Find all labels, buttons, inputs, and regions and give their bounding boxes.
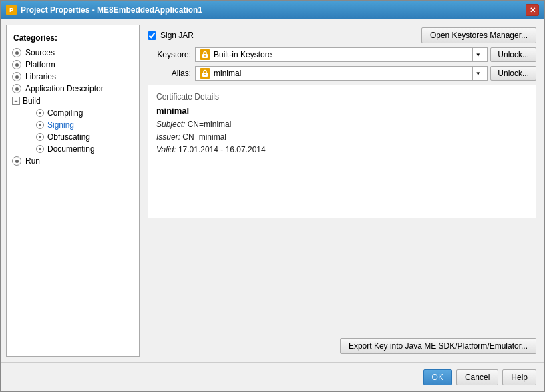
sidebar-item-compiling[interactable]: Compiling	[17, 107, 139, 119]
sidebar-label-run: Run	[25, 156, 40, 166]
sidebar-item-obfuscating[interactable]: Obfuscating	[17, 131, 139, 143]
cert-details-panel: Certificate Details minimal Subject: CN=…	[148, 85, 536, 218]
sidebar-item-libraries[interactable]: Libraries	[7, 71, 139, 83]
bullet-icon	[12, 72, 21, 81]
open-keystores-button[interactable]: Open Keystores Manager...	[421, 27, 536, 43]
sidebar-label-documenting: Documenting	[47, 144, 95, 154]
bullet-icon	[12, 48, 21, 57]
cert-subject: Subject: CN=minimal	[156, 118, 528, 131]
sidebar-label-platform: Platform	[25, 60, 55, 69]
keystore-icon	[200, 49, 210, 60]
sign-jar-row: Sign JAR	[148, 31, 194, 40]
sidebar-label-sources: Sources	[25, 48, 55, 57]
svg-point-1	[204, 55, 206, 57]
keystore-row: Keystore: Built-in Keystore ▼ Unlock..	[148, 47, 536, 62]
bullet-icon	[12, 156, 21, 166]
sidebar-build-group: Compiling Signing Obfuscating Documentin…	[17, 107, 139, 155]
svg-point-3	[204, 74, 206, 75]
sidebar-item-application-descriptor[interactable]: Application Descriptor	[7, 83, 139, 95]
cert-name: minimal	[156, 106, 528, 116]
dialog-window: P Project Properties - ME8EmbeddedApplic…	[0, 0, 545, 392]
main-content: Sign JAR Open Keystores Manager... Keyst…	[145, 25, 539, 357]
sidebar-item-platform[interactable]: Platform	[7, 59, 139, 71]
alias-value: minimal	[214, 69, 241, 78]
sidebar-item-run[interactable]: Run	[7, 155, 139, 167]
bullet-icon	[12, 84, 21, 93]
bullet-icon	[36, 145, 44, 153]
sidebar-label-obfuscating: Obfuscating	[47, 132, 90, 142]
help-button[interactable]: Help	[502, 369, 536, 385]
combo-arrow-alias-icon: ▼	[472, 67, 483, 80]
dialog-footer: OK Cancel Help	[1, 362, 544, 391]
sidebar-item-sources[interactable]: Sources	[7, 47, 139, 59]
export-key-button[interactable]: Export Key into Java ME SDK/Platform/Emu…	[340, 338, 536, 354]
sidebar-label-app-descriptor: Application Descriptor	[25, 84, 104, 93]
sidebar-item-build[interactable]: − Build	[7, 95, 139, 107]
cancel-button[interactable]: Cancel	[456, 369, 498, 385]
cert-panel-title: Certificate Details	[156, 92, 528, 102]
expand-icon: −	[12, 97, 20, 105]
alias-combo-wrapper: minimal ▼ Unlock...	[195, 66, 536, 81]
bullet-icon	[12, 60, 21, 69]
alias-row: Alias: minimal ▼ Unlock...	[148, 66, 536, 81]
alias-icon	[200, 68, 210, 79]
cert-valid: Valid: 17.01.2014 - 16.07.2014	[156, 144, 528, 156]
close-button[interactable]: ✕	[526, 4, 539, 16]
cert-issuer-value: CN=minimal	[182, 132, 226, 142]
sidebar-item-signing[interactable]: Signing	[17, 119, 139, 131]
sidebar: Categories: Sources Platform Libraries A…	[6, 25, 140, 357]
keystore-label: Keystore:	[148, 50, 191, 59]
bullet-icon	[36, 121, 44, 129]
sign-jar-checkbox[interactable]	[148, 31, 156, 40]
alias-combobox[interactable]: minimal ▼	[195, 66, 488, 81]
sidebar-label-compiling: Compiling	[47, 108, 83, 118]
keystore-value: Built-in Keystore	[214, 50, 272, 59]
title-bar-text: Project Properties - ME8EmbeddedApplicat…	[21, 5, 526, 15]
combo-arrow-icon: ▼	[472, 48, 483, 61]
bullet-icon	[36, 133, 44, 141]
cert-issuer: Issuer: CN=minimal	[156, 131, 528, 144]
dialog-body: Categories: Sources Platform Libraries A…	[1, 19, 544, 362]
sidebar-label-signing: Signing	[47, 120, 74, 130]
main-inner: Sign JAR Open Keystores Manager... Keyst…	[148, 27, 536, 354]
spacer	[148, 222, 536, 334]
title-bar: P Project Properties - ME8EmbeddedApplic…	[1, 1, 544, 19]
alias-unlock-button[interactable]: Unlock...	[490, 66, 536, 81]
sidebar-label-libraries: Libraries	[25, 72, 56, 81]
export-btn-row: Export Key into Java ME SDK/Platform/Emu…	[148, 338, 536, 354]
app-icon: P	[6, 5, 17, 15]
cert-subject-value: CN=minimal	[188, 120, 232, 129]
ok-button[interactable]: OK	[423, 369, 452, 385]
alias-label: Alias:	[148, 69, 191, 78]
bullet-icon	[36, 109, 44, 117]
sidebar-item-documenting[interactable]: Documenting	[17, 143, 139, 155]
cert-valid-value: 17.01.2014 - 16.07.2014	[178, 145, 266, 154]
sidebar-label-build: Build	[23, 96, 41, 106]
keystore-combobox[interactable]: Built-in Keystore ▼	[195, 47, 488, 62]
keystore-unlock-button[interactable]: Unlock...	[490, 47, 536, 62]
top-row: Sign JAR Open Keystores Manager...	[148, 27, 536, 43]
keystore-combo-wrapper: Built-in Keystore ▼ Unlock...	[195, 47, 536, 62]
sidebar-header: Categories:	[7, 31, 139, 47]
alias-combo-content: minimal	[200, 68, 241, 79]
keystore-combo-content: Built-in Keystore	[200, 49, 272, 60]
sign-jar-label: Sign JAR	[160, 31, 194, 40]
